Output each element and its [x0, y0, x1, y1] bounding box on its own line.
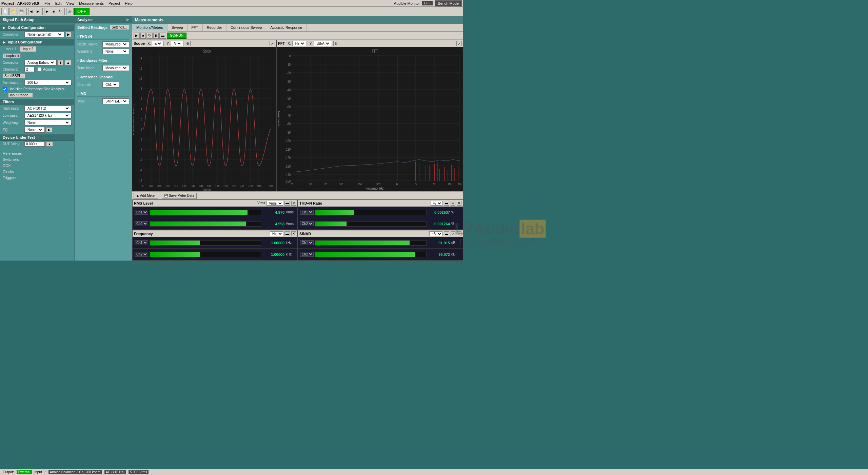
- audible-mon-off-tb[interactable]: OFF: [74, 8, 90, 15]
- sinad-close-btn[interactable]: ✕: [457, 231, 461, 236]
- freq-close-btn[interactable]: ✕: [291, 231, 296, 236]
- tab-sweep[interactable]: Sweep: [167, 24, 188, 31]
- bench-mode-button[interactable]: Bench Mode: [435, 0, 462, 6]
- clocks-link[interactable]: Clocks ⇗: [0, 169, 74, 175]
- channel-dropdown[interactable]: Ch1: [104, 82, 118, 87]
- sinad-ch2-select[interactable]: Ch2: [300, 252, 314, 257]
- termination-dropdown[interactable]: 200 kohm: [26, 80, 70, 85]
- menu-project[interactable]: Project: [106, 1, 122, 6]
- connector-select[interactable]: None (External): [24, 32, 64, 37]
- references-link[interactable]: References ⇗: [0, 150, 74, 156]
- run-green-btn[interactable]: GO/RUN: [167, 33, 186, 39]
- tune-mode-dropdown[interactable]: Measured Frequency: [104, 66, 127, 70]
- rms-unit-select[interactable]: Vrms: [267, 201, 283, 206]
- eq-dropdown[interactable]: None: [26, 128, 43, 132]
- switchers-link[interactable]: Switchers ⇗: [0, 156, 74, 163]
- freq-settings-btn[interactable]: ▬: [284, 231, 290, 236]
- rms-ch1-select[interactable]: Ch1: [135, 210, 148, 215]
- thdn-weighting-select[interactable]: None: [102, 49, 129, 54]
- dcx-link[interactable]: DCX ⇗: [0, 163, 74, 169]
- thdn-unit-select[interactable]: %: [431, 201, 442, 206]
- lowpass-select[interactable]: AES17 (20 kHz): [24, 113, 72, 118]
- menu-measurements[interactable]: Measurements: [77, 1, 106, 6]
- input-connector-dropdown[interactable]: Analog Balanced: [26, 60, 55, 65]
- notch-tuning-select[interactable]: Measured Frequency: [102, 41, 129, 47]
- termination-select[interactable]: 200 kohm: [24, 80, 72, 86]
- tab-recorder[interactable]: Recorder: [203, 24, 226, 31]
- meas-btn-4[interactable]: ▮: [153, 33, 159, 39]
- imd-type-dropdown[interactable]: SMPTE/DIN: [104, 99, 127, 103]
- weighting-select[interactable]: None: [24, 120, 72, 126]
- meas-btn-5[interactable]: ▬: [159, 33, 166, 39]
- save-meter-data-button[interactable]: 💾 Save Meter Data: [162, 193, 197, 199]
- tab-monitors-meters[interactable]: Monitors/Meters: [132, 24, 167, 32]
- sinad-ch1-select[interactable]: Ch1: [300, 240, 314, 245]
- add-meter-button[interactable]: ▲ Add Meter: [134, 193, 158, 199]
- eq-select[interactable]: None: [24, 127, 45, 133]
- stop-button[interactable]: ■: [51, 8, 56, 15]
- settings-button[interactable]: Settings...: [110, 25, 129, 30]
- sinad-expand-btn[interactable]: ↗: [451, 231, 455, 236]
- fft-expand-btn[interactable]: ↗: [456, 41, 462, 46]
- meas-btn-1[interactable]: ▶: [134, 33, 140, 39]
- input-config-btn2[interactable]: ▲: [65, 60, 72, 65]
- hpsa-checkbox[interactable]: [3, 87, 7, 91]
- menu-view[interactable]: View: [64, 1, 77, 6]
- rms-settings-btn[interactable]: ▬: [284, 201, 290, 206]
- highpass-dropdown[interactable]: AC (<10 Hz): [26, 106, 70, 111]
- channels-input[interactable]: 2: [24, 67, 35, 72]
- input-tab-1[interactable]: Input 1: [3, 46, 19, 52]
- dut-delay-input[interactable]: 0.000 s: [24, 141, 45, 147]
- filter-icon[interactable]: ☰: [68, 100, 72, 104]
- fft-settings-btn[interactable]: ⚙: [333, 41, 339, 46]
- lowpass-dropdown[interactable]: AES17 (20 kHz): [26, 113, 70, 118]
- thdn-ch1-select[interactable]: Ch1: [300, 210, 314, 215]
- audible-mon-tb[interactable]: 🔊: [66, 8, 74, 15]
- input-connector-select[interactable]: Analog Balanced: [24, 60, 57, 65]
- weighting-dropdown[interactable]: None: [26, 120, 70, 125]
- new-button[interactable]: 📄: [1, 8, 9, 15]
- connector-dropdown[interactable]: None (External): [26, 32, 62, 37]
- freq-unit-select[interactable]: Hz: [270, 231, 283, 236]
- menu-edit[interactable]: Edit: [53, 1, 64, 6]
- sinad-settings-btn[interactable]: ▬: [444, 231, 449, 236]
- fft-y-unit[interactable]: dBrA: [314, 41, 332, 46]
- menu-file[interactable]: File: [42, 1, 53, 6]
- save-button[interactable]: 💾: [18, 8, 25, 15]
- thdn-ch2-select[interactable]: Ch2: [300, 221, 314, 226]
- tab-acoustic-response[interactable]: Acoustic Response: [266, 24, 307, 31]
- back-button[interactable]: ◀: [28, 8, 34, 15]
- open-button[interactable]: 📂: [9, 8, 17, 15]
- notch-tuning-dropdown[interactable]: Measured Frequency: [104, 42, 127, 46]
- highpass-select[interactable]: AC (<10 Hz): [24, 106, 72, 111]
- scope-settings-btn[interactable]: ⚙: [185, 41, 191, 46]
- thdn-weighting-dropdown[interactable]: None: [104, 49, 127, 54]
- fft-x-unit[interactable]: Hz: [292, 41, 307, 46]
- acoustic-checkbox[interactable]: [37, 67, 42, 72]
- eq-add-btn[interactable]: ▶: [46, 127, 52, 132]
- imd-type-select[interactable]: SMPTE/DIN: [102, 98, 129, 104]
- scope-x-unit[interactable]: s: [152, 41, 164, 46]
- repeat-button[interactable]: ↻: [57, 8, 63, 15]
- scope-expand-btn[interactable]: ↗: [270, 41, 275, 46]
- meas-btn-2[interactable]: ■: [140, 33, 146, 39]
- input-config-btn1[interactable]: ▮: [58, 60, 63, 65]
- set-dbspl-button[interactable]: Set dBSPL...: [3, 73, 25, 78]
- menu-help[interactable]: Help: [123, 1, 135, 6]
- sinad-unit-select[interactable]: dB: [429, 231, 442, 236]
- tune-mode-select[interactable]: Measured Frequency: [102, 65, 129, 71]
- input-range-button[interactable]: Input Range...: [8, 93, 33, 98]
- triggers-link[interactable]: Triggers ⇗: [0, 175, 74, 181]
- channel-select[interactable]: Ch1: [102, 82, 119, 88]
- rms-ch2-select[interactable]: Ch2: [135, 221, 148, 226]
- scope-y-unit[interactable]: V: [171, 41, 183, 46]
- thdn-settings-btn[interactable]: ▬: [444, 201, 449, 206]
- rms-close-btn[interactable]: ✕: [291, 201, 296, 206]
- audible-monitor-off[interactable]: OFF: [422, 1, 433, 5]
- freq-ch2-select[interactable]: Ch2: [135, 252, 148, 257]
- tab-continuous-sweep[interactable]: Continuous Sweep: [226, 24, 266, 31]
- thdn-close-btn[interactable]: ✕: [457, 201, 461, 206]
- run-button[interactable]: ▶: [44, 8, 50, 15]
- tab-fft[interactable]: FFT: [188, 24, 203, 31]
- input-tab-2[interactable]: Input 2: [20, 46, 37, 52]
